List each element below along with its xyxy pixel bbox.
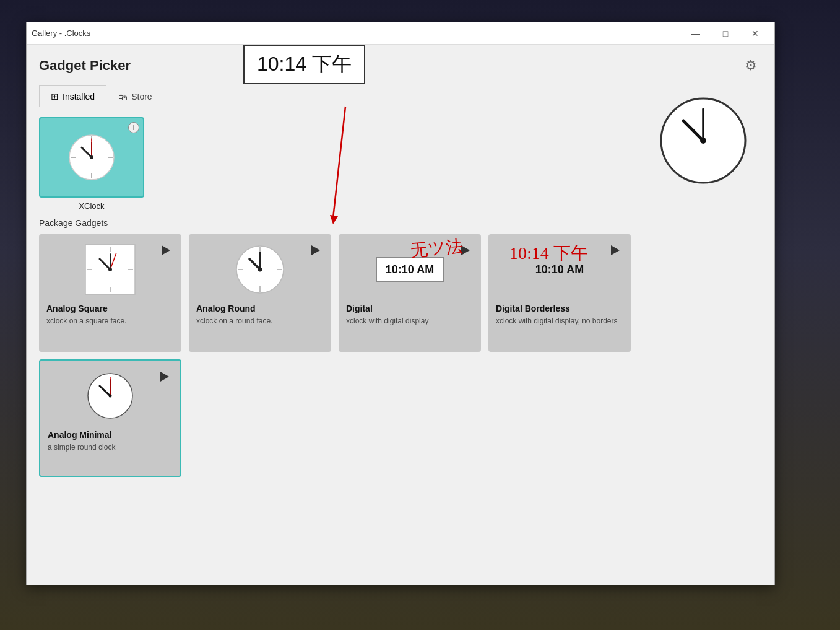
digital-borderless-name: Digital Borderless (496, 304, 623, 313)
header-row: Gadget Picker ⚙ (39, 55, 762, 77)
gadget-card-analog-square[interactable]: Analog Square xclock on a square face. (39, 234, 181, 352)
close-button[interactable]: ✕ (741, 24, 769, 43)
analog-minimal-name: Analog Minimal (48, 430, 173, 440)
analog-square-desc: xclock on a square face. (46, 316, 174, 326)
svg-point-17 (108, 268, 112, 271)
svg-point-25 (258, 268, 262, 272)
play-icon[interactable] (311, 245, 320, 255)
analog-round-preview (196, 242, 324, 297)
gadgets-grid: Analog Square xclock on a square face. (39, 234, 762, 352)
settings-button[interactable]: ⚙ (740, 55, 762, 77)
xclock-selected-card[interactable]: i (39, 117, 144, 198)
gadgets-row2: Analog Minimal a simple round clock (39, 359, 762, 477)
tabs-container: ⊞ Installed 🛍 Store (39, 85, 762, 107)
digital-name: Digital (346, 304, 474, 313)
main-window: Gallery - .Clocks — □ ✕ Gadget Picker ⚙ … (26, 22, 775, 585)
page-title: Gadget Picker (39, 58, 131, 74)
title-bar: Gallery - .Clocks — □ ✕ (27, 22, 774, 45)
gadget-card-analog-minimal[interactable]: Analog Minimal a simple round clock (39, 359, 181, 477)
analog-square-preview (46, 242, 174, 297)
title-bar-controls: — □ ✕ (682, 24, 769, 43)
digital-borderless-desc: xclock with digital display, no borders (496, 316, 623, 326)
play-icon[interactable] (162, 245, 170, 255)
play-icon[interactable] (611, 245, 620, 255)
tab-store-label: Store (131, 92, 152, 102)
xclock-label: XClock (79, 201, 104, 211)
content-area: Gadget Picker ⚙ ⊞ Installed 🛍 Store i (27, 45, 774, 585)
tab-installed-label: Installed (63, 92, 95, 102)
svg-point-30 (109, 395, 112, 398)
analog-minimal-preview (48, 368, 173, 424)
analog-round-name: Analog Round (196, 304, 324, 313)
xclock-preview-svg (67, 133, 116, 182)
annotation-time-text: 10:14 下午 (509, 242, 588, 265)
annotation-handwritten: 无ツ法 (410, 234, 464, 262)
maximize-button[interactable]: □ (711, 24, 740, 43)
minimize-button[interactable]: — (682, 24, 710, 43)
tab-installed[interactable]: ⊞ Installed (39, 85, 106, 107)
installed-icon: ⊞ (51, 91, 59, 102)
gadget-card-analog-round[interactable]: Analog Round xclock on a round face. (189, 234, 331, 352)
large-clock-svg (657, 94, 750, 187)
store-icon: 🛍 (118, 92, 128, 102)
digital-time-display: 10:10 AM (376, 257, 444, 282)
analog-square-name: Analog Square (46, 304, 174, 313)
info-badge[interactable]: i (128, 122, 139, 133)
large-clock-preview-area (657, 94, 750, 190)
analog-minimal-desc: a simple round clock (48, 442, 173, 453)
gear-icon: ⚙ (745, 58, 757, 73)
tab-store[interactable]: 🛍 Store (106, 85, 163, 107)
svg-point-34 (700, 138, 706, 144)
svg-point-8 (90, 155, 93, 159)
play-icon[interactable] (160, 372, 169, 382)
annotation-time-box: 10:14 下午 (243, 45, 365, 84)
analog-round-desc: xclock on a round face. (196, 316, 324, 326)
selected-area: i (39, 117, 762, 211)
digital-desc: xclock with digital display (346, 316, 474, 326)
window-title: Gallery - .Clocks (32, 28, 90, 38)
section-label: Package Gadgets (39, 218, 762, 228)
